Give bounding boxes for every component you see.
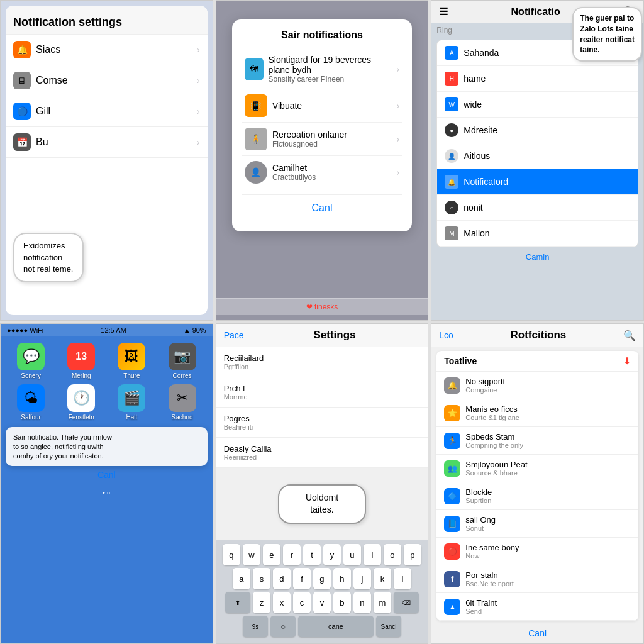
notif-row-6[interactable]: 📘 sall Ong Sonut [436, 510, 638, 538]
dropdown-aitlous[interactable]: 👤 Aitlous [437, 143, 638, 169]
notif-cancel-button[interactable]: Canl [1, 466, 213, 484]
siacs-label: Siacs [36, 44, 60, 55]
sachnd-label: Sachnd [172, 414, 193, 421]
row2-name: Prch f [224, 384, 421, 393]
dropdown-notificalord[interactable]: 🔔 NotificaIord [437, 169, 638, 195]
dropdown-mdresite[interactable]: ● Mdresite [437, 118, 638, 143]
key-p[interactable]: p [404, 544, 421, 565]
status-bar: ●●●●● WiFi 12:5 AM ▲ 90% [1, 324, 213, 336]
key-f[interactable]: f [293, 568, 311, 589]
key-h[interactable]: h [333, 568, 351, 589]
key-c[interactable]: c [293, 592, 311, 613]
key-l[interactable]: l [394, 568, 411, 589]
dropdown-nonit[interactable]: ○ nonit [437, 195, 638, 221]
key-emoji[interactable]: ☺ [270, 616, 296, 637]
key-a[interactable]: a [233, 568, 250, 589]
key-x[interactable]: x [273, 592, 291, 613]
key-u[interactable]: u [343, 544, 361, 565]
notif7-sub: Nowi [465, 552, 519, 560]
key-delete[interactable]: ⌫ [394, 592, 419, 613]
halt-icon: 🎬 [118, 384, 145, 412]
notif9-name: 6it Traint [465, 598, 497, 608]
home-app-sonery[interactable]: 💬 Sonery [8, 343, 53, 379]
dropdown-mallon[interactable]: M Mallon [437, 221, 638, 247]
list-item-bu[interactable]: 📅 Bu › [6, 127, 208, 158]
home-app-halt[interactable]: 🎬 Halt [109, 384, 154, 421]
sonery-label: Sonery [21, 372, 41, 379]
chevron-icon: › [396, 134, 399, 144]
key-numbers[interactable]: 9s [243, 616, 268, 637]
key-s[interactable]: s [253, 568, 270, 589]
key-space[interactable]: cane [298, 616, 374, 637]
notif-row-3[interactable]: 🏃 Spbeds Stam Compning the only [436, 427, 638, 455]
dialog-item-recreation[interactable]: 🧍 Rereoation onlaner Fictousgnoed › [242, 123, 402, 156]
dialog-cancel-button[interactable]: Canl [242, 194, 402, 221]
key-z[interactable]: z [253, 592, 270, 613]
notification-banner: Sair notificatio. Tháte you rrnlow to so… [6, 427, 208, 466]
back-button[interactable]: Pace [224, 330, 244, 340]
settings-row-1[interactable]: Reciilailard Pgtfflion [216, 347, 428, 377]
list-item-gill[interactable]: 🔵 Gill › [6, 96, 208, 127]
notif-row-2[interactable]: ⭐ Manis eo ficcs Courte &1 tig ane [436, 399, 638, 427]
home-app-sachnd[interactable]: ✂ Sachnd [159, 384, 204, 421]
notif8-name: Por staln [465, 570, 513, 580]
list-item-comse[interactable]: 🖥 Comse › [6, 65, 208, 96]
notif-row-1[interactable]: 🔔 No sigportt Comgaine [436, 372, 638, 399]
notif-line3: comhy of ory your notificaton. [13, 452, 200, 460]
notif-row-4[interactable]: 👥 Smjloyooun Peat Soource & bhare [436, 455, 638, 482]
back-button-6[interactable]: Lco [439, 330, 453, 340]
key-shift[interactable]: ⬆ [225, 592, 250, 613]
dropdown-hame[interactable]: H hame [437, 66, 638, 92]
dialog-item-1[interactable]: 🗺 Siontigard for 19 beverces plane bydh … [242, 50, 402, 89]
key-v[interactable]: v [313, 592, 331, 613]
key-r[interactable]: r [283, 544, 301, 565]
key-m[interactable]: m [374, 592, 391, 613]
corres-icon: 📷 [169, 343, 196, 370]
key-n[interactable]: n [353, 592, 371, 613]
settings-row-2[interactable]: Prch f Morrme [216, 377, 428, 408]
key-i[interactable]: i [364, 544, 381, 565]
home-app-merlng[interactable]: 13 Merlng [58, 343, 104, 379]
dialog-title: Sair notifications [242, 30, 402, 41]
key-d[interactable]: d [273, 568, 291, 589]
bu-label: Bu [36, 136, 48, 148]
key-q[interactable]: q [223, 544, 240, 565]
key-k[interactable]: k [374, 568, 391, 589]
notif-row-9[interactable]: ▲ 6it Traint Send [436, 593, 638, 621]
search-icon-6[interactable]: 🔍 [623, 330, 636, 341]
dropdown-wide[interactable]: W wide [437, 92, 638, 118]
notif6-sub: Sonut [465, 525, 496, 532]
key-t[interactable]: t [303, 544, 321, 565]
cancel-button-6[interactable]: Canl [431, 625, 643, 642]
status-dots: ●●●●● WiFi [7, 326, 43, 334]
comse-icon: 🖥 [13, 72, 31, 89]
thure-icon: 🖼 [118, 343, 145, 370]
notif-row-7[interactable]: 🔴 Ine same bony Nowi [436, 538, 638, 565]
key-g[interactable]: g [313, 568, 331, 589]
panel6-header: Lco Rotfcitions 🔍 [431, 324, 643, 347]
sallOng-icon: 📘 [444, 516, 460, 532]
gill-icon: 🔵 [13, 103, 31, 120]
notif-row-8[interactable]: f Por staln Bse.Ne te nport [436, 565, 638, 593]
home-app-corres[interactable]: 📷 Corres [159, 343, 204, 379]
key-w[interactable]: w [243, 544, 260, 565]
key-j[interactable]: j [353, 568, 371, 589]
key-o[interactable]: o [384, 544, 401, 565]
download-icon[interactable]: ⬇ [623, 356, 631, 366]
list-item-siacs[interactable]: 🔔 Siacs › [6, 35, 208, 65]
settings-row-4[interactable]: Deasly Callia Reeriiizred [216, 438, 428, 468]
settings-row-3[interactable]: Pogres Beahre iti [216, 408, 428, 438]
aitlous-label: Aitlous [464, 151, 490, 161]
panel-notification-settings: Notification settings 🔔 Siacs › 🖥 Comse … [0, 0, 213, 321]
key-b[interactable]: b [333, 592, 351, 613]
dialog-item-vibrate[interactable]: 📳 Vibuate › [242, 89, 402, 123]
key-e[interactable]: e [263, 544, 280, 565]
home-app-salfour[interactable]: 🌤 Salfour [8, 384, 53, 421]
home-app-thure[interactable]: 🖼 Thure [109, 343, 154, 379]
notif-row-5[interactable]: 🔷 Blockle Suprtion [436, 482, 638, 510]
notif5-sub: Suprtion [465, 497, 492, 504]
key-return[interactable]: Sanci [376, 616, 401, 637]
dialog-item-camilhet[interactable]: 👤 Camilhet Cractbutilyos › [242, 156, 402, 189]
key-y[interactable]: y [323, 544, 341, 565]
home-app-fenstletn[interactable]: 🕐 Fenstletn [58, 384, 104, 421]
